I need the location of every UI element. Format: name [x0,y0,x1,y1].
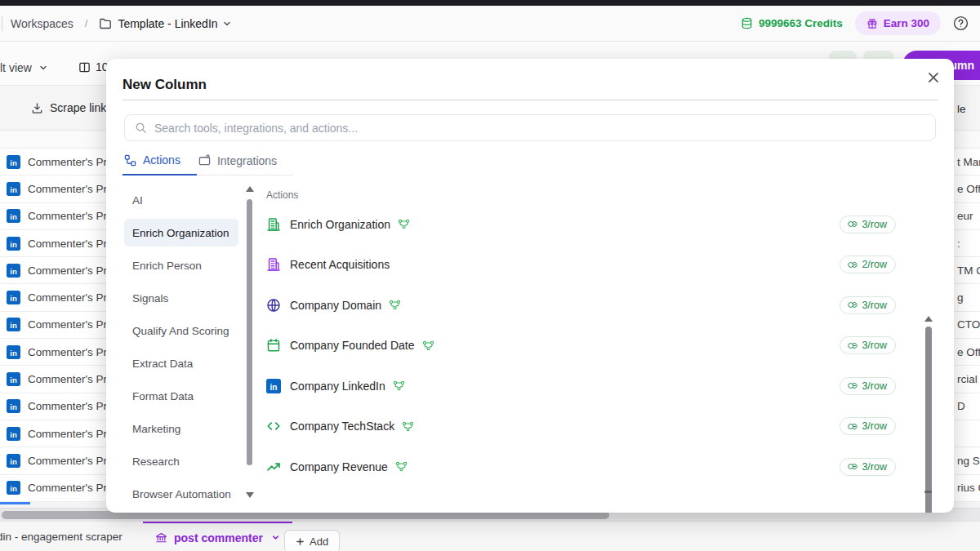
credits-display: 9999663 Credits [741,17,843,29]
scroll-up-arrow[interactable] [924,316,933,322]
search-icon [135,122,147,134]
bottom-bar: din - engagement scraper post commenter … [0,521,980,551]
search-input[interactable] [154,122,925,135]
waterfall-icon [402,420,414,433]
close-icon[interactable] [926,70,941,85]
row-right-fragment: CTO [957,318,980,331]
category-item-enrich-organization[interactable]: Enrich Organization [124,219,238,247]
action-item-company-founded-date[interactable]: Company Founded Date 3/row [266,326,905,367]
view-selector[interactable]: lt view [0,61,48,74]
modal-body: AI Enrich Organization Enrich Person Sig… [106,181,954,513]
window-top-edge [0,0,980,6]
breadcrumb-project[interactable]: Template - LinkedIn [118,17,217,30]
category-item-marketing[interactable]: Marketing [124,415,238,442]
top-bar: Workspaces / Template - LinkedIn 9999663… [0,6,980,42]
tab-actions-label: Actions [143,153,180,167]
category-label: Research [132,455,180,468]
linkedin-icon: in [7,264,20,278]
svg-text:in: in [270,382,278,391]
category-scrollbar-thumb[interactable] [247,199,252,465]
row-right-fragment: e Off [957,183,980,195]
svg-text:in: in [10,484,17,493]
divider [2,16,2,31]
category-item-enrich-person[interactable]: Enrich Person [124,251,238,279]
row-right-fragment: e Off [957,346,980,358]
row-cell-text: Commenter's Pro [28,373,114,385]
category-label: Marketing [132,423,180,435]
scroll-up-arrow[interactable] [246,186,254,192]
credit-cost-label: 3/row [862,380,887,392]
bank-icon [155,531,167,544]
svg-text:in: in [10,348,17,357]
category-item-browser-automation[interactable]: Browser Automation [124,480,238,508]
category-label: Enrich Person [132,260,202,272]
action-item-recent-acquisitions[interactable]: Recent Acquisitions 2/row [266,245,905,286]
modal-title: New Column [122,77,207,93]
credits-count: 9999663 Credits [759,17,843,29]
linkedin-icon: in [7,291,20,304]
coins-icon [847,340,858,351]
chevron-down-icon[interactable] [222,19,232,29]
breadcrumb-workspaces[interactable]: Workspaces [11,17,74,30]
building-icon [266,217,281,232]
view-selector-label: lt view [0,61,32,74]
waterfall-icon [389,299,401,311]
actions-scrollbar-thumb[interactable] [925,327,932,513]
linkedin-icon: in [7,454,20,468]
category-scrollbar[interactable] [245,186,255,498]
svg-text:in: in [10,239,17,248]
linkedin-icon: in [7,182,20,196]
svg-text:in: in [10,429,17,438]
folder-icon [99,17,112,30]
help-icon[interactable] [953,16,969,31]
action-item-company-revenue[interactable]: Company Revenue 3/row [266,447,905,487]
category-item-ai[interactable]: AI [124,186,238,214]
action-item-company-domain[interactable]: Company Domain 3/row [266,285,905,326]
coins-icon [847,461,858,472]
category-list: AI Enrich Organization Enrich Person Sig… [124,186,238,513]
category-item-format-data[interactable]: Format Data [124,382,238,410]
actions-scrollbar[interactable] [924,316,933,496]
row-right-fragment: eur [957,210,973,222]
svg-text:in: in [10,457,17,466]
row-right-fragment: D [957,400,965,412]
category-label: Signals [132,292,168,304]
waterfall-icon [393,380,405,392]
actions-list-header: Actions [266,189,298,201]
sheet-tab-post-commenter[interactable]: post commenter [143,522,292,551]
active-cell-indicator [0,502,30,504]
columns-count-button[interactable]: 10 [78,60,109,73]
coins-icon [847,300,858,310]
row-cell-text: Commenter's Pro [28,482,114,494]
action-item-company-linkedin[interactable]: in Company LinkedIn 3/row [266,366,905,407]
tab-actions[interactable]: Actions [122,153,197,176]
credit-cost-label: 3/row [862,340,887,351]
divider [122,100,938,100]
tab-integrations-label: Integrations [217,154,277,167]
category-item-signals[interactable]: Signals [124,284,238,312]
svg-text:in: in [10,375,17,384]
credit-cost-label: 2/row [862,259,887,270]
download-icon [31,102,43,114]
actions-pane: Actions Enrich Organization 3/row Recent… [266,181,905,513]
waterfall-icon [395,460,408,473]
credit-cost-badge: 3/row [840,377,896,395]
credit-cost-label: 3/row [862,420,887,432]
category-item-qualify-and-scoring[interactable]: Qualify And Scoring [124,317,238,344]
tab-integrations[interactable]: Integrations [197,153,293,175]
search-bar[interactable] [124,114,936,141]
linkedin-icon: in [7,399,20,413]
category-item-extract-data[interactable]: Extract Data [124,349,238,377]
action-name: Enrich Organization [290,218,390,231]
action-item-company-techstack[interactable]: Company TechStack 3/row [266,407,905,447]
scroll-down-arrow[interactable] [246,492,254,498]
category-label: Qualify And Scoring [132,325,229,337]
category-item-research[interactable]: Research [124,447,238,475]
row-right-fragment: TM C [957,264,980,277]
row-cell-text: Commenter's Pro [28,238,114,250]
add-sheet-button[interactable]: Add [284,530,340,551]
row-right-fragment: rius C [957,482,980,494]
earn-credits-button[interactable]: Earn 300 [855,11,941,35]
action-item-enrich-organization[interactable]: Enrich Organization 3/row [266,204,905,245]
row-cell-text: Commenter's Pro [28,318,114,331]
